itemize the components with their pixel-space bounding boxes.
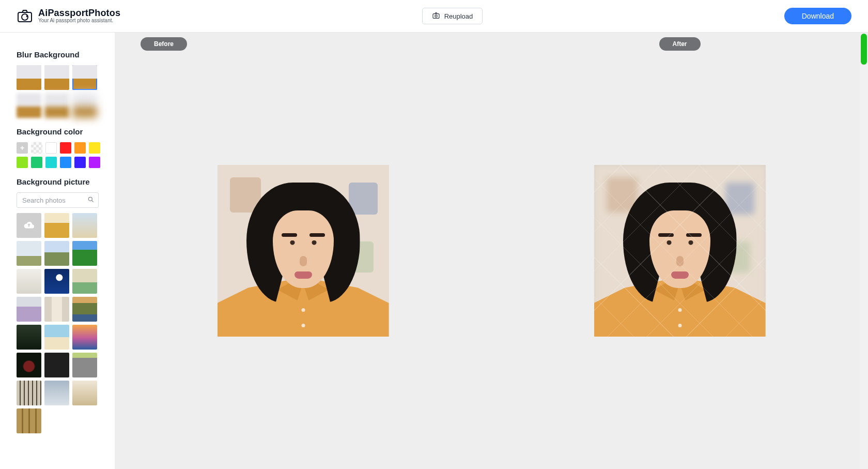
bg-thumb-1[interactable] — [44, 213, 69, 238]
before-badge: Before — [141, 37, 187, 51]
bg-thumb-6[interactable] — [17, 269, 41, 294]
section-background-picture: Background picture — [0, 168, 115, 433]
after-photo — [594, 165, 766, 337]
download-button[interactable]: Download — [784, 8, 851, 24]
header-center: Reupload — [120, 8, 784, 24]
bg-thumb-7[interactable] — [44, 269, 69, 294]
svg-point-1 — [22, 14, 28, 20]
sidebar: Blur Background Background color + Backg… — [0, 33, 115, 469]
color-8ee51f[interactable] — [17, 157, 28, 168]
bg-thumb-10[interactable] — [44, 297, 69, 322]
camera-logo-icon — [17, 8, 33, 24]
color-ff9a1f[interactable] — [74, 142, 86, 154]
bg-thumb-15[interactable] — [17, 353, 41, 377]
logo[interactable]: AiPassportPhotos Your Ai passport photo … — [17, 8, 120, 24]
upload-background-button[interactable] — [17, 213, 41, 238]
blur-thumb-level-2[interactable] — [72, 65, 97, 90]
header: AiPassportPhotos Your Ai passport photo … — [0, 0, 868, 33]
bg-thumb-19[interactable] — [44, 381, 69, 405]
bg-thumb-13[interactable] — [44, 325, 69, 350]
logo-subtitle: Your Ai passport photo assistant. — [38, 18, 120, 24]
bg-thumb-2[interactable] — [72, 213, 97, 238]
search-input[interactable] — [17, 192, 99, 208]
color-ffe51f[interactable] — [89, 142, 100, 154]
bg-thumb-8[interactable] — [72, 269, 97, 294]
bg-thumb-4[interactable] — [44, 241, 69, 266]
logo-title: AiPassportPhotos — [38, 8, 120, 18]
download-label: Download — [802, 12, 834, 20]
main: Blur Background Background color + Backg… — [0, 33, 868, 469]
bg-thumb-3[interactable] — [17, 241, 41, 266]
blur-thumbs — [17, 65, 105, 118]
color-1f8dff[interactable] — [60, 157, 71, 168]
color-transparent[interactable] — [31, 142, 42, 154]
section-background-color: Background color + — [0, 118, 115, 168]
reupload-label: Reupload — [444, 12, 473, 20]
blur-title: Blur Background — [17, 50, 105, 59]
color-ffffff[interactable] — [45, 142, 57, 154]
picture-title: Background picture — [17, 177, 105, 186]
bg-thumb-11[interactable] — [72, 297, 97, 322]
bg-thumbs — [17, 213, 105, 433]
svg-point-3 — [435, 14, 437, 17]
color-ff1f1f[interactable] — [60, 142, 71, 154]
bg-thumb-5[interactable] — [72, 241, 97, 266]
bg-thumb-18[interactable] — [17, 381, 41, 405]
blur-thumb-level-4[interactable] — [44, 93, 69, 118]
before-half: Before — [115, 33, 491, 469]
after-badge: After — [659, 37, 700, 51]
bg-thumb-17[interactable] — [72, 353, 97, 377]
bg-thumb-20[interactable] — [72, 381, 97, 405]
color-1fd6d6[interactable] — [45, 157, 57, 168]
before-photo — [218, 165, 389, 337]
color-title: Background color — [17, 127, 105, 136]
bg-thumb-16[interactable] — [44, 353, 69, 377]
add-color-button[interactable]: + — [17, 142, 28, 154]
color-3a1fff[interactable] — [74, 157, 86, 168]
blur-thumb-level-1[interactable] — [44, 65, 69, 90]
bg-thumb-21[interactable] — [17, 409, 41, 433]
svg-rect-2 — [433, 13, 439, 18]
blur-thumb-level-5[interactable] — [72, 93, 97, 118]
color-swatches: + — [17, 142, 105, 168]
color-b51fff[interactable] — [89, 157, 100, 168]
reupload-button[interactable]: Reupload — [422, 8, 483, 24]
after-half: After — [491, 33, 868, 469]
scrollbar[interactable] — [860, 33, 868, 469]
bg-thumb-14[interactable] — [72, 325, 97, 350]
search-wrap — [17, 192, 99, 208]
blur-thumb-level-0[interactable] — [17, 65, 41, 90]
camera-icon — [432, 11, 440, 21]
blur-thumb-level-3[interactable] — [17, 93, 41, 118]
bg-thumb-9[interactable] — [17, 297, 41, 322]
color-1fc96f[interactable] — [31, 157, 42, 168]
section-blur-background: Blur Background — [0, 41, 115, 118]
scrollbar-thumb[interactable] — [861, 34, 867, 65]
bg-thumb-12[interactable] — [17, 325, 41, 350]
preview-pane: Before After — [115, 33, 868, 469]
